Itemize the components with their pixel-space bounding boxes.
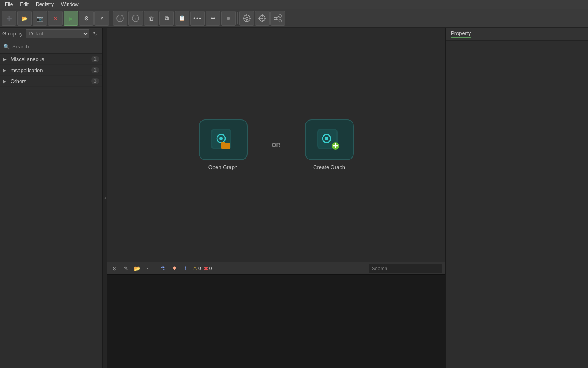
clear-log-button[interactable]: ⊘ <box>110 264 119 273</box>
share-icon <box>273 14 282 23</box>
error-icon: ✖ <box>204 265 208 272</box>
toolbar-separator-2 <box>237 12 238 24</box>
import-up-icon: ↑ <box>132 14 140 22</box>
group-by-select[interactable]: Default Type Category <box>26 29 89 38</box>
property-tab-label: Property <box>451 30 471 38</box>
play-button[interactable] <box>64 11 78 26</box>
open-graph-icon-box <box>199 119 248 160</box>
toolbar: ↓ ↑ ⧉ 📋 ••• •• ● <box>0 9 588 28</box>
search-input[interactable] <box>12 44 99 50</box>
info-button[interactable]: ℹ <box>181 264 190 273</box>
open-button[interactable] <box>17 11 32 26</box>
asterisk-icon: ✱ <box>172 265 177 271</box>
info-icon: ℹ <box>185 265 187 271</box>
warn-icon: ⚠ <box>193 265 197 271</box>
tree-item-miscellaneous[interactable]: ▶ Miscellaneous 1 <box>0 54 102 65</box>
terminal-icon: ›_ <box>146 266 151 271</box>
svg-point-24 <box>219 137 223 140</box>
tree-count-msapplication: 1 <box>91 67 99 73</box>
export-button[interactable] <box>94 11 109 26</box>
property-tab[interactable]: Property <box>446 28 588 41</box>
create-graph-svg <box>315 126 344 154</box>
more2-button[interactable]: •• <box>206 11 220 26</box>
more1-icon: ••• <box>193 15 202 22</box>
svg-point-15 <box>261 18 263 19</box>
snapshot-button[interactable] <box>33 11 47 26</box>
canvas-area: Open Graph OR <box>107 28 445 262</box>
settings-button[interactable] <box>79 11 94 26</box>
or-divider: OR <box>272 142 281 148</box>
refresh-icon: ↻ <box>93 31 98 37</box>
status-search-input[interactable] <box>369 264 442 273</box>
new-button[interactable] <box>2 11 16 26</box>
tree-item-others[interactable]: ▶ Others 3 <box>0 76 102 87</box>
snapshot-icon <box>37 15 43 22</box>
warn-count: ⚠ 0 <box>193 265 201 271</box>
svg-point-17 <box>279 15 281 17</box>
menu-registry[interactable]: Registry <box>33 1 57 8</box>
search-box: 🔍 <box>0 40 102 54</box>
filter-button[interactable]: ⚗ <box>158 264 167 273</box>
menu-edit[interactable]: Edit <box>17 1 32 8</box>
target-button[interactable] <box>239 11 254 26</box>
settings-icon <box>84 15 89 22</box>
svg-point-18 <box>279 20 281 22</box>
open-icon <box>21 15 28 22</box>
tree-label-msapplication: msapplication <box>11 67 91 73</box>
right-panel: Property <box>445 28 588 368</box>
group-by-label: Group by: <box>2 31 24 37</box>
svg-line-19 <box>276 16 279 18</box>
menubar: File Edit Registry Window <box>0 0 588 9</box>
svg-rect-26 <box>221 142 225 144</box>
svg-text:↑: ↑ <box>134 16 137 21</box>
terminal-button[interactable]: ›_ <box>144 264 153 273</box>
menu-window[interactable]: Window <box>58 1 82 8</box>
tree-label-miscellaneous: Miscellaneous <box>11 56 91 62</box>
share-button[interactable] <box>270 11 285 26</box>
chevron-others-icon: ▶ <box>3 79 9 84</box>
create-graph-label: Create Graph <box>313 164 345 170</box>
paste-icon: 📋 <box>179 15 185 21</box>
open-graph-svg <box>209 126 237 154</box>
svg-point-5 <box>246 17 248 20</box>
main-area: Group by: Default Type Category ↻ 🔍 ▶ Mi… <box>0 28 588 368</box>
tree-count-others: 3 <box>91 78 99 84</box>
delete-icon <box>149 15 154 22</box>
close-button[interactable] <box>48 11 63 26</box>
toolbar-separator-1 <box>111 12 111 24</box>
play-icon <box>69 15 73 22</box>
edit-log-button[interactable]: ✎ <box>121 264 130 273</box>
asterisk-button[interactable]: ✱ <box>170 264 179 273</box>
delete-button[interactable] <box>144 11 158 26</box>
svg-point-30 <box>325 137 328 140</box>
filter-icon: ⚗ <box>160 265 165 271</box>
folder-log-button[interactable]: 📂 <box>133 264 142 273</box>
status-bar: ⊘ ✎ 📂 ›_ ⚗ ✱ ℹ ⚠ 0 <box>107 262 445 274</box>
svg-point-16 <box>274 17 276 20</box>
tree-item-msapplication[interactable]: ▶ msapplication 1 <box>0 65 102 76</box>
copy-button[interactable]: ⧉ <box>159 11 174 26</box>
group-by-bar: Group by: Default Type Category ↻ <box>0 28 102 40</box>
more2-icon: •• <box>211 15 215 22</box>
crosshair-button[interactable] <box>255 11 270 26</box>
dot-button[interactable]: ● <box>221 11 236 26</box>
more1-button[interactable]: ••• <box>190 11 205 26</box>
edit-log-icon: ✎ <box>124 265 128 271</box>
paste-button[interactable]: 📋 <box>175 11 189 26</box>
log-area <box>107 274 445 368</box>
create-graph-action[interactable]: Create Graph <box>305 119 354 170</box>
crosshair-icon <box>258 14 267 23</box>
menu-file[interactable]: File <box>2 1 16 8</box>
tree-count-miscellaneous: 1 <box>91 56 99 62</box>
panel-collapse-handle[interactable]: ◂ <box>103 28 107 368</box>
folder-log-icon: 📂 <box>134 265 140 271</box>
svg-text:↓: ↓ <box>119 16 121 21</box>
collapse-arrow-icon: ◂ <box>104 196 106 200</box>
import-down-button[interactable]: ↓ <box>113 11 127 26</box>
svg-line-20 <box>276 19 279 20</box>
import-up-button[interactable]: ↑ <box>128 11 143 26</box>
refresh-button[interactable]: ↻ <box>91 29 100 38</box>
status-separator-1 <box>156 265 156 272</box>
open-graph-action[interactable]: Open Graph <box>199 119 248 170</box>
error-count: ✖ 0 <box>204 265 212 272</box>
